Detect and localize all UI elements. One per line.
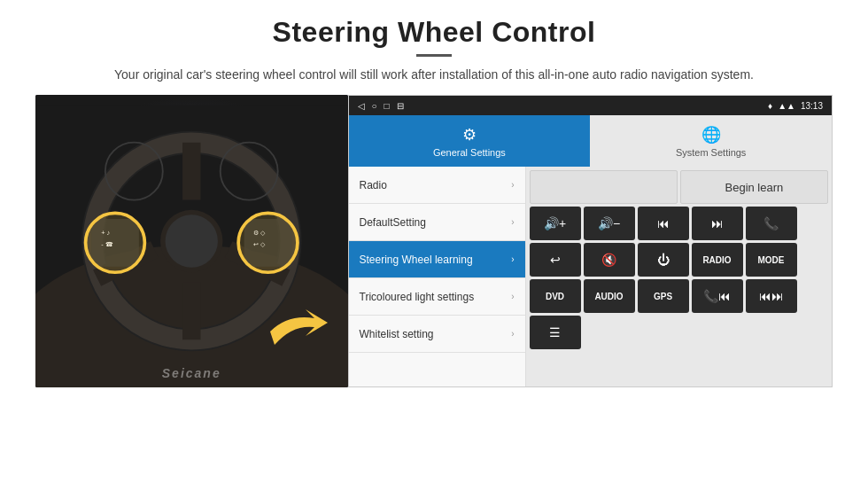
- wifi-icon: ▲▲: [778, 101, 795, 111]
- main-content-area: Radio › DefaultSetting › Steering Wheel …: [349, 167, 832, 386]
- svg-point-18: [86, 213, 145, 272]
- right-panel: Begin learn 🔊+ 🔊− ⏮ ⏭ 📞 ↩ 🔇 ⏻: [526, 167, 832, 386]
- nav-home-icon[interactable]: ○: [372, 101, 377, 111]
- control-row-4: ☰: [530, 316, 828, 349]
- page-title: Steering Wheel Control: [35, 16, 833, 49]
- phone-button[interactable]: 📞: [746, 207, 797, 240]
- time-display: 13:13: [801, 101, 823, 111]
- general-settings-label: General Settings: [433, 147, 506, 158]
- menu-icon-button[interactable]: ☰: [530, 316, 581, 349]
- globe-icon: 🌐: [701, 125, 721, 144]
- gear-icon: ⚙: [462, 125, 477, 144]
- android-ui: ◁ ○ □ ⊟ ♦ ▲▲ 13:13 ⚙ General Settings: [348, 95, 833, 387]
- menu-item-radio[interactable]: Radio ›: [349, 167, 525, 204]
- menu-item-tricoloured[interactable]: Tricoloured light settings ›: [349, 278, 525, 316]
- chevron-right-icon: ›: [511, 292, 514, 301]
- power-button[interactable]: ⏻: [638, 243, 689, 277]
- status-bar: ◁ ○ □ ⊟ ♦ ▲▲ 13:13: [349, 96, 832, 115]
- nav-square-icon[interactable]: □: [384, 101, 390, 111]
- back-button[interactable]: ↩: [530, 243, 581, 277]
- mute-button[interactable]: 🔇: [584, 243, 635, 277]
- prev-next-button[interactable]: ⏮⏭: [746, 279, 797, 313]
- control-row-1: 🔊+ 🔊− ⏮ ⏭ 📞: [530, 207, 828, 240]
- menu-item-default-setting[interactable]: DefaultSetting ›: [349, 204, 525, 241]
- top-row: Begin learn: [530, 170, 828, 204]
- gps-button[interactable]: GPS: [638, 279, 689, 313]
- nav-menu-icon[interactable]: ⊟: [397, 101, 404, 111]
- dvd-button[interactable]: DVD: [530, 279, 581, 313]
- nav-back-icon[interactable]: ◁: [358, 101, 365, 111]
- vol-up-button[interactable]: 🔊+: [530, 207, 581, 240]
- prev-track-button[interactable]: ⏮: [638, 207, 689, 240]
- title-divider: [416, 54, 452, 57]
- chevron-right-icon: ›: [511, 180, 514, 190]
- chevron-right-icon: ›: [511, 217, 514, 227]
- svg-point-19: [238, 213, 298, 272]
- vol-down-button[interactable]: 🔊−: [584, 207, 635, 240]
- radio-button[interactable]: RADIO: [692, 243, 743, 277]
- control-row-3: DVD AUDIO GPS 📞⏮ ⏮⏭: [530, 279, 828, 313]
- car-image: + ♪ - ☎ ⚙ ◇ ↩ ◇ Seican: [35, 95, 348, 387]
- menu-item-steering-wheel[interactable]: Steering Wheel learning ›: [349, 241, 525, 278]
- system-settings-label: System Settings: [676, 147, 746, 158]
- begin-learn-button[interactable]: Begin learn: [680, 170, 828, 204]
- tab-general-settings[interactable]: ⚙ General Settings: [349, 115, 591, 167]
- location-icon: ♦: [768, 101, 772, 111]
- control-row-2: ↩ 🔇 ⏻ RADIO MODE: [530, 243, 828, 277]
- menu-item-whitelist[interactable]: Whitelist setting ›: [349, 316, 525, 353]
- empty-box: [530, 170, 678, 204]
- mode-button[interactable]: MODE: [746, 243, 797, 277]
- audio-button[interactable]: AUDIO: [584, 279, 635, 313]
- tab-system-settings[interactable]: 🌐 System Settings: [590, 115, 832, 167]
- menu-list: Radio › DefaultSetting › Steering Wheel …: [349, 167, 526, 386]
- chevron-right-icon: ›: [511, 254, 514, 264]
- chevron-right-icon: ›: [511, 329, 514, 339]
- svg-point-9: [166, 215, 218, 267]
- next-track-button[interactable]: ⏭: [692, 207, 743, 240]
- tab-bar: ⚙ General Settings 🌐 System Settings: [349, 115, 832, 167]
- subtitle-text: Your original car's steering wheel contr…: [89, 66, 779, 84]
- phone-prev-button[interactable]: 📞⏮: [692, 279, 743, 313]
